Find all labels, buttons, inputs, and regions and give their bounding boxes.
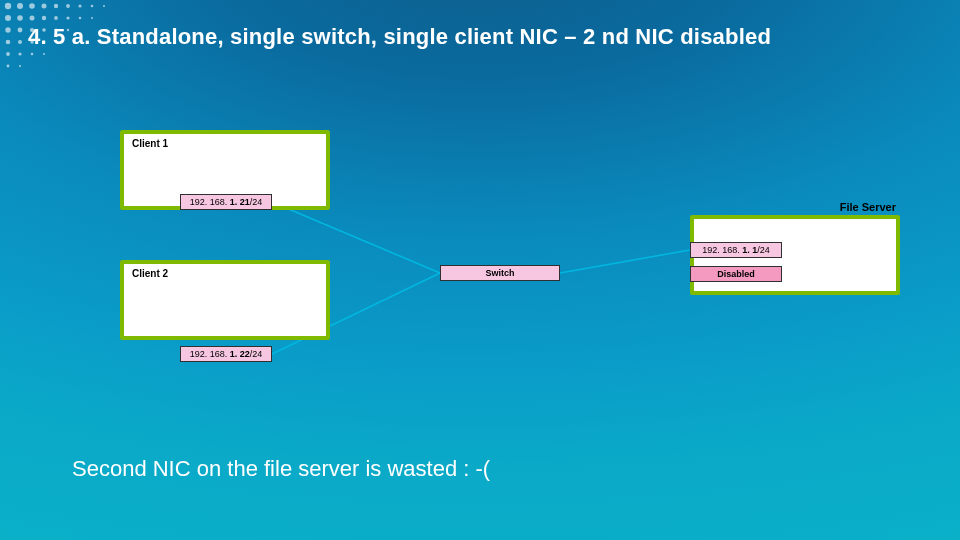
client-2-box: Client 2 [120,260,330,340]
svg-point-17 [5,27,10,32]
svg-point-11 [30,16,35,21]
svg-point-10 [17,15,23,21]
svg-point-1 [17,3,23,9]
svg-point-7 [91,5,94,8]
file-server-label: File Server [840,201,896,213]
svg-point-29 [18,52,21,55]
client-1-nic-mask: /24 [250,197,263,207]
server-nic2-label: Disabled [717,269,755,279]
svg-point-30 [31,53,34,56]
svg-point-28 [6,52,10,56]
server-nic-1: 192. 168. 1. 1/24 [690,242,782,258]
svg-point-31 [43,53,45,55]
client-2-nic: 192. 168. 1. 22/24 [180,346,272,362]
server-nic1-addr: 1. 1 [742,245,757,255]
svg-line-36 [560,250,690,273]
svg-point-4 [54,4,58,8]
server-nic1-prefix: 192. 168. [702,245,742,255]
svg-point-18 [18,28,23,33]
svg-point-2 [29,3,35,9]
client-2-nic-addr: 1. 22 [230,349,250,359]
client-2-label: Client 2 [132,268,168,279]
client-2-nic-prefix: 192. 168. [190,349,230,359]
svg-point-9 [5,15,11,21]
svg-point-33 [19,65,21,67]
svg-point-14 [66,16,69,19]
svg-point-23 [6,40,11,45]
svg-point-13 [54,16,58,20]
server-nic1-mask: /24 [757,245,770,255]
client-2-nic-mask: /24 [250,349,263,359]
svg-point-8 [103,5,105,7]
client-1-nic-prefix: 192. 168. [190,197,230,207]
svg-point-24 [18,40,22,44]
switch-box: Switch [440,265,560,281]
switch-label: Switch [485,268,514,278]
client-1-nic-addr: 1. 21 [230,197,250,207]
slide: 4. 5 a. Standalone, single switch, singl… [0,0,960,540]
network-diagram: Client 1 Client 2 File Server 192. 168. … [120,130,900,390]
svg-point-0 [5,3,11,9]
client-1-label: Client 1 [132,138,168,149]
svg-point-16 [91,17,93,19]
server-nic-2-disabled: Disabled [690,266,782,282]
svg-point-6 [78,4,81,7]
svg-point-15 [79,17,82,20]
svg-point-32 [7,65,10,68]
slide-title: 4. 5 a. Standalone, single switch, singl… [28,24,771,50]
svg-point-12 [42,16,46,20]
svg-point-5 [66,4,70,8]
svg-point-3 [42,4,47,9]
slide-caption: Second NIC on the file server is wasted … [72,456,490,482]
client-1-nic: 192. 168. 1. 21/24 [180,194,272,210]
